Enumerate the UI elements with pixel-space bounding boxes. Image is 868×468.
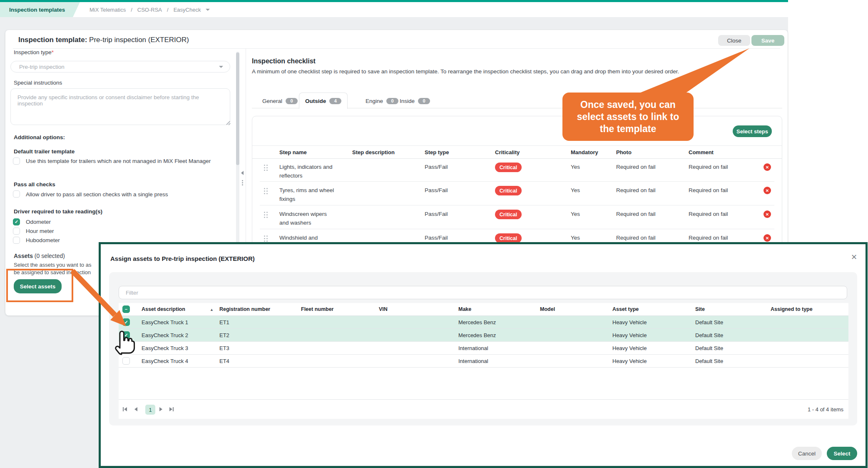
odometer-label: Odometer xyxy=(26,219,51,225)
callout-line: the template xyxy=(600,123,656,135)
asset-type: Heavy Vehicle xyxy=(612,319,647,325)
step-name-line2: and washers xyxy=(279,220,311,226)
odometer-checkbox[interactable]: ✓ xyxy=(13,218,20,225)
asset-row[interactable]: EasyCheck Truck 4 ET4 International Heav… xyxy=(119,355,848,368)
registration-number: ET2 xyxy=(219,332,229,338)
tab-count-badge: 4 xyxy=(329,98,341,104)
breadcrumb-item[interactable]: CSO-RSA xyxy=(137,7,162,13)
save-button[interactable]: Save xyxy=(751,35,784,46)
pagination-range-label: 1 - 4 of 4 items xyxy=(808,406,843,413)
col-make[interactable]: Make xyxy=(458,306,471,312)
tab-general[interactable]: General 0 xyxy=(256,93,303,108)
cancel-button[interactable]: Cancel xyxy=(792,447,822,460)
inspection-type-select[interactable]: Pre-trip inspection xyxy=(10,61,230,73)
default-trailer-checkbox[interactable] xyxy=(13,158,20,165)
collapse-panel-icon[interactable] xyxy=(241,171,244,175)
mandatory-value: Yes xyxy=(571,235,580,241)
step-type: Pass/Fail xyxy=(425,211,448,217)
form-scrollbar-thumb[interactable] xyxy=(236,53,239,165)
row-checkbox[interactable] xyxy=(122,344,130,352)
sort-asc-icon[interactable]: ▲ xyxy=(210,308,214,312)
filter-input[interactable] xyxy=(119,286,847,299)
col-assigned-to-type[interactable]: Assigned to type xyxy=(771,306,813,312)
asset-row[interactable]: ✓ EasyCheck Truck 1 ET1 Mercedes Benz He… xyxy=(119,316,848,329)
photo-value: Required on fail xyxy=(616,235,656,241)
close-icon[interactable]: ✕ xyxy=(851,253,857,262)
col-asset-description[interactable]: Asset description xyxy=(142,306,185,312)
resize-handle-icon[interactable] xyxy=(226,120,231,125)
modal-title: Assign assets to Pre-trip inspection (EX… xyxy=(110,255,255,262)
col-registration-number[interactable]: Registration number xyxy=(219,306,270,312)
hour-meter-checkbox[interactable] xyxy=(13,228,20,235)
col-comment: Comment xyxy=(689,149,714,155)
photo-value: Required on fail xyxy=(616,187,656,193)
default-trailer-heading: Default trailer template xyxy=(14,148,75,155)
breadcrumb-item[interactable]: EasyCheck xyxy=(174,7,201,13)
callout-bubble: Once saved, you can select assets to lin… xyxy=(562,93,694,141)
row-checkbox[interactable]: ✓ xyxy=(122,318,130,326)
drag-handle-icon[interactable] xyxy=(264,188,268,195)
comment-value: Required on fail xyxy=(689,211,728,217)
readings-heading: Driver required to take reading(s) xyxy=(14,208,102,215)
last-page-icon[interactable] xyxy=(169,407,175,412)
asset-type: Heavy Vehicle xyxy=(612,332,647,338)
breadcrumb: MiX Telematics / CSO-RSA / EasyCheck xyxy=(90,2,210,17)
tab-outside[interactable]: Outside 4 xyxy=(299,93,348,109)
step-name: Lights, indicators and xyxy=(279,164,333,170)
close-button[interactable]: Close xyxy=(718,35,750,46)
col-site[interactable]: Site xyxy=(695,306,705,312)
col-model[interactable]: Model xyxy=(540,306,555,312)
col-vin[interactable]: VIN xyxy=(379,306,388,312)
tab-inspection-templates[interactable]: Inspection templates xyxy=(0,2,80,17)
page-title-value: Pre-trip inspection (EXTERIOR) xyxy=(89,36,189,44)
tab-count-badge: 0 xyxy=(286,98,298,104)
delete-step-icon[interactable]: ✕ xyxy=(764,163,771,171)
breadcrumb-item[interactable]: MiX Telematics xyxy=(90,7,126,13)
pass-all-checks-option-label: Allow driver to pass all section checks … xyxy=(26,191,168,198)
special-instructions-textarea[interactable] xyxy=(10,88,230,125)
row-checkbox[interactable]: ✓ xyxy=(122,331,130,339)
divider-grip-icon[interactable] xyxy=(242,180,243,181)
asset-type: Heavy Vehicle xyxy=(612,358,647,364)
asset-row[interactable]: ✓ EasyCheck Truck 2 ET2 Mercedes Benz He… xyxy=(119,329,848,342)
pass-all-checks-heading: Pass all checks xyxy=(14,181,55,188)
site: Default Site xyxy=(695,319,723,325)
step-name: Windscreen wipers xyxy=(279,211,327,217)
page-number[interactable]: 1 xyxy=(145,405,155,415)
site: Default Site xyxy=(695,358,723,364)
select-button[interactable]: Select xyxy=(827,447,857,460)
criticality-badge: Critical xyxy=(495,186,522,195)
drag-handle-icon[interactable] xyxy=(264,212,268,218)
col-photo: Photo xyxy=(616,149,632,155)
col-asset-type[interactable]: Asset type xyxy=(612,306,639,312)
step-type: Pass/Fail xyxy=(425,235,448,241)
col-fleet-number[interactable]: Fleet number xyxy=(301,306,334,312)
select-all-checkbox[interactable]: − xyxy=(122,305,130,313)
prev-page-icon[interactable] xyxy=(134,407,140,412)
tab-inside[interactable]: Inside 0 xyxy=(394,93,436,108)
drag-handle-icon[interactable] xyxy=(264,235,268,242)
hour-meter-label: Hour meter xyxy=(26,228,54,234)
indeterminate-icon: − xyxy=(125,307,127,312)
check-icon: ✓ xyxy=(124,333,128,338)
delete-step-icon[interactable]: ✕ xyxy=(764,234,771,242)
next-page-icon[interactable] xyxy=(159,407,165,412)
pass-all-checks-checkbox[interactable] xyxy=(13,190,20,198)
hubodometer-checkbox[interactable] xyxy=(13,237,20,244)
inspection-type-value: Pre-trip inspection xyxy=(19,64,65,70)
chevron-down-icon[interactable] xyxy=(206,9,210,11)
criticality-badge: Critical xyxy=(495,210,522,219)
delete-step-icon[interactable]: ✕ xyxy=(764,187,771,194)
asset-description: EasyCheck Truck 4 xyxy=(142,358,188,364)
drag-handle-icon[interactable] xyxy=(264,165,268,171)
row-checkbox[interactable] xyxy=(122,357,130,365)
make: International xyxy=(458,358,488,364)
first-page-icon[interactable] xyxy=(123,407,129,412)
asset-picker-panel: − Asset description ▲ Registration numbe… xyxy=(109,272,857,425)
delete-step-icon[interactable]: ✕ xyxy=(764,210,771,218)
select-steps-button[interactable]: Select steps xyxy=(733,125,772,137)
col-criticality: Criticality xyxy=(495,149,520,155)
annotation-highlight-box xyxy=(6,269,73,302)
asset-row[interactable]: EasyCheck Truck 3 ET3 International Heav… xyxy=(119,342,848,355)
callout-line: select assets to link to xyxy=(577,111,679,123)
